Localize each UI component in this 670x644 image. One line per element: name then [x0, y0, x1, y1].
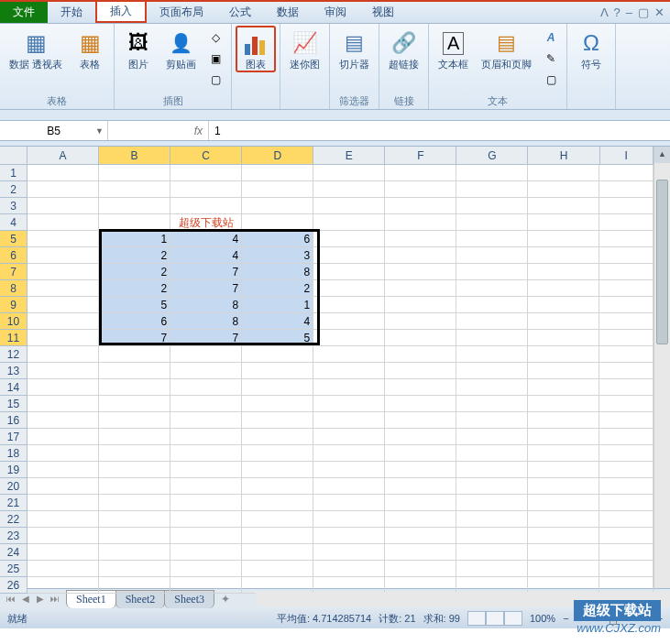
pivot-table-button[interactable]: 数据 透视表 [4, 26, 68, 72]
scroll-up-icon[interactable]: ▲ [654, 147, 670, 163]
cell-G20[interactable] [456, 478, 528, 495]
cell-F17[interactable] [385, 429, 456, 445]
cell-F6[interactable] [385, 247, 456, 264]
row-header-14[interactable]: 14 [0, 379, 27, 396]
row-header-21[interactable]: 21 [0, 495, 27, 511]
cell-B18[interactable] [99, 445, 170, 462]
col-header-A[interactable]: A [27, 147, 99, 165]
cell-I14[interactable] [599, 379, 654, 396]
sparkline-button[interactable]: 迷你图 [284, 26, 325, 72]
cell-G12[interactable] [456, 346, 528, 363]
cell-H5[interactable] [528, 231, 599, 247]
row-header-10[interactable]: 10 [0, 313, 27, 330]
cell-C7[interactable]: 7 [170, 264, 242, 280]
cell-E9[interactable] [313, 297, 385, 313]
cell-B4[interactable] [99, 214, 170, 231]
name-box-dropdown-icon[interactable]: ▼ [95, 126, 104, 136]
cell-E5[interactable] [313, 231, 385, 247]
row-header-12[interactable]: 12 [0, 346, 27, 363]
cell-D3[interactable] [242, 198, 313, 214]
cell-D9[interactable]: 1 [242, 297, 313, 313]
tab-insert[interactable]: 插入 [95, 0, 147, 23]
cell-C16[interactable] [170, 412, 242, 429]
cell-D20[interactable] [242, 478, 313, 495]
sheet-nav-last-icon[interactable]: ⏭ [48, 594, 62, 604]
signature-button[interactable]: ✎ [541, 49, 561, 69]
scroll-thumb[interactable] [656, 180, 668, 344]
cell-E3[interactable] [313, 198, 385, 214]
cell-D15[interactable] [242, 396, 313, 412]
vertical-scrollbar[interactable]: ▲ [654, 147, 670, 588]
cell-B9[interactable]: 5 [99, 297, 170, 313]
cell-E25[interactable] [313, 561, 385, 577]
cell-B13[interactable] [99, 363, 170, 379]
col-header-G[interactable]: G [456, 147, 528, 165]
cell-I16[interactable] [599, 412, 654, 429]
cell-C11[interactable]: 7 [170, 330, 242, 346]
cell-G3[interactable] [456, 198, 528, 214]
cell-E1[interactable] [313, 165, 385, 181]
cell-B20[interactable] [99, 478, 170, 495]
cell-F22[interactable] [385, 511, 456, 528]
ribbon-minimize-icon[interactable]: ᐱ [600, 5, 609, 19]
row-header-16[interactable]: 16 [0, 412, 27, 429]
cell-F25[interactable] [385, 561, 456, 577]
cell-B1[interactable] [99, 165, 170, 181]
cell-D23[interactable] [242, 528, 313, 544]
cell-G8[interactable] [456, 280, 528, 297]
cell-A11[interactable] [27, 330, 99, 346]
cell-G9[interactable] [456, 297, 528, 313]
cell-C1[interactable] [170, 165, 242, 181]
cell-F7[interactable] [385, 264, 456, 280]
close-icon[interactable]: ✕ [654, 5, 665, 19]
col-header-E[interactable]: E [313, 147, 385, 165]
col-header-D[interactable]: D [242, 147, 313, 165]
tab-view[interactable]: 视图 [359, 2, 407, 23]
cell-D11[interactable]: 5 [242, 330, 313, 346]
cell-H21[interactable] [528, 495, 599, 511]
cell-B5[interactable]: 1 [99, 231, 170, 247]
cell-E7[interactable] [313, 264, 385, 280]
cell-G25[interactable] [456, 561, 528, 577]
cell-F13[interactable] [385, 363, 456, 379]
cell-B8[interactable]: 2 [99, 280, 170, 297]
cell-D18[interactable] [242, 445, 313, 462]
cell-D7[interactable]: 8 [242, 264, 313, 280]
name-box[interactable]: B5 ▼ [0, 121, 108, 140]
cell-I18[interactable] [599, 445, 654, 462]
cell-F5[interactable] [385, 231, 456, 247]
restore-icon[interactable]: ▢ [638, 5, 649, 19]
cell-H14[interactable] [528, 379, 599, 396]
cell-A15[interactable] [27, 396, 99, 412]
cell-C8[interactable]: 7 [170, 280, 242, 297]
cell-I24[interactable] [599, 544, 654, 561]
cell-E12[interactable] [313, 346, 385, 363]
cell-B2[interactable] [99, 181, 170, 198]
cell-D2[interactable] [242, 181, 313, 198]
row-header-2[interactable]: 2 [0, 181, 27, 198]
cell-E20[interactable] [313, 478, 385, 495]
cells-area[interactable]: 超级下载站146243278272581684775 [27, 165, 654, 588]
cell-H11[interactable] [528, 330, 599, 346]
cell-D5[interactable]: 6 [242, 231, 313, 247]
col-header-I[interactable]: I [600, 147, 654, 165]
cell-H4[interactable] [528, 214, 599, 231]
cell-C15[interactable] [170, 396, 242, 412]
row-header-25[interactable]: 25 [0, 561, 27, 577]
cell-B26[interactable] [99, 577, 170, 594]
cell-I12[interactable] [599, 346, 654, 363]
cell-I9[interactable] [599, 297, 654, 313]
cell-A21[interactable] [27, 495, 99, 511]
cell-D19[interactable] [242, 462, 313, 478]
slicer-button[interactable]: 切片器 [334, 26, 375, 72]
cell-H6[interactable] [528, 247, 599, 264]
cell-F9[interactable] [385, 297, 456, 313]
cell-B6[interactable]: 2 [99, 247, 170, 264]
cell-E6[interactable] [313, 247, 385, 264]
cell-F23[interactable] [385, 528, 456, 544]
cell-H25[interactable] [528, 561, 599, 577]
cell-A5[interactable] [27, 231, 99, 247]
cell-G1[interactable] [456, 165, 528, 181]
cell-G23[interactable] [456, 528, 528, 544]
cell-C10[interactable]: 8 [170, 313, 242, 330]
